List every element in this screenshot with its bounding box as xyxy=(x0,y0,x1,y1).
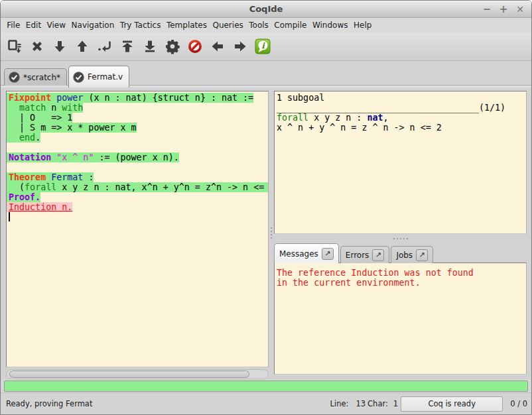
code-token-plain: := (power x n). xyxy=(94,152,178,162)
horizontal-splitter[interactable] xyxy=(274,234,527,243)
message-line: The reference Induction was not found xyxy=(277,268,526,278)
code-line: end. xyxy=(9,133,268,143)
tab-scratch[interactable]: *scratch* xyxy=(4,68,67,86)
interrupt-icon xyxy=(187,38,203,54)
code-token-plain: | S m => x * power x m xyxy=(9,123,137,133)
code-token-plain: . xyxy=(35,133,40,143)
tab-label: Errors xyxy=(346,251,369,260)
about-info-button[interactable]: i xyxy=(255,36,271,56)
code-token-plain xyxy=(9,103,19,113)
backward-step-button[interactable] xyxy=(74,36,90,56)
tab-errors[interactable]: Errors↗ xyxy=(340,246,390,263)
goal-token-plain: 1 subgoal xyxy=(277,93,324,103)
interrupt-button[interactable] xyxy=(187,36,203,56)
code-line-text: | O => 1 xyxy=(7,113,72,123)
messages-tabbar: Messages↗Errors↗Jobs↗ xyxy=(274,243,527,263)
progress-row xyxy=(1,379,531,392)
code-token-kw: end xyxy=(19,133,35,143)
code-line-text: Notation "x ^ n" := (power x n). xyxy=(7,152,179,162)
new-buffer-button[interactable] xyxy=(7,36,23,56)
goal-token-kw: forall xyxy=(277,113,308,123)
titlebar[interactable]: CoqIde − + ✕ xyxy=(1,1,531,18)
goal-line-text: 1 subgoal xyxy=(275,93,324,103)
menu-try-tactics[interactable]: Try Tactics xyxy=(117,19,164,31)
menu-file[interactable]: File xyxy=(4,19,23,31)
horizontal-scrollbar[interactable] xyxy=(6,369,269,379)
tab-fermat.v[interactable]: Fermat.v xyxy=(68,66,129,88)
code-token-kcmd: Theorem xyxy=(9,172,46,182)
right-panes: 1 subgoal_______________________________… xyxy=(274,91,527,379)
menu-edit[interactable]: Edit xyxy=(23,19,44,31)
menu-compile[interactable]: Compile xyxy=(271,19,310,31)
message-line-text: in the current environment. xyxy=(275,278,421,288)
grip-dot xyxy=(271,237,272,239)
check-circle-icon xyxy=(9,72,20,83)
line-label: Line: xyxy=(330,399,349,408)
vertical-splitter[interactable] xyxy=(269,91,274,379)
coq-status-field: Coq is ready xyxy=(401,396,503,412)
splitter-grip-icon xyxy=(271,227,272,239)
goal-line-text: ______________________________________(1… xyxy=(275,103,505,113)
grip-dot xyxy=(271,234,272,235)
code-line: | O => 1 xyxy=(9,113,268,123)
code-token-str: "x ^ n" xyxy=(56,152,94,162)
goal-token-plain: x ^ n + y ^ n = z ^ n -> n <= 2 xyxy=(277,123,442,133)
detach-icon[interactable]: ↗ xyxy=(322,248,334,260)
code-token-id: Fermat xyxy=(51,172,83,182)
close-icon[interactable]: ✕ xyxy=(515,4,525,15)
settings-gear-icon xyxy=(165,38,180,54)
code-line: (forall x y z n : nat, x^n + y^n = z^n -… xyxy=(9,182,268,192)
code-line xyxy=(9,162,268,172)
line-value: 13 xyxy=(356,399,366,408)
code-token-plain: (x n : nat) {struct n} : nat := xyxy=(83,93,253,103)
menu-navigation[interactable]: Navigation xyxy=(68,19,117,31)
code-token-plain: x y z n : nat, x^n + y^n = z^n -> n <= 2… xyxy=(56,182,269,192)
goal-line-text: x ^ n + y ^ n = z ^ n -> n <= 2 xyxy=(275,123,442,133)
goal-pane[interactable]: 1 subgoal_______________________________… xyxy=(274,91,527,234)
text-cursor xyxy=(9,212,10,221)
maximize-icon[interactable]: + xyxy=(499,4,508,15)
splitter-grip-icon xyxy=(393,238,408,239)
code-line xyxy=(9,143,268,152)
grip-dot xyxy=(271,227,272,229)
messages-pane[interactable]: The reference Induction was not foundin … xyxy=(274,263,527,375)
go-to-cursor-button[interactable] xyxy=(97,36,113,56)
menu-view[interactable]: View xyxy=(44,19,68,31)
goal-line: ______________________________________(1… xyxy=(277,103,526,113)
code-line-text: match n with xyxy=(7,103,83,113)
goal-token-plain: ______________________________________(1… xyxy=(277,103,505,113)
script-editor[interactable]: Fixpoint power (x n : nat) {struct n} : … xyxy=(6,91,269,367)
close-buffer-button[interactable] xyxy=(29,36,45,56)
menu-templates[interactable]: Templates xyxy=(164,19,210,31)
menu-help[interactable]: Help xyxy=(351,19,375,31)
go-to-start-icon xyxy=(120,39,135,54)
minimize-icon[interactable]: − xyxy=(482,4,492,15)
code-line: | S m => x * power x m xyxy=(9,123,268,133)
previous-button[interactable] xyxy=(210,36,226,56)
tab-jobs[interactable]: Jobs↗ xyxy=(391,246,433,263)
tab-messages[interactable]: Messages↗ xyxy=(274,243,339,263)
code-token-plain: : xyxy=(83,172,94,182)
forward-step-icon xyxy=(52,39,67,54)
menu-windows[interactable]: Windows xyxy=(310,19,351,31)
menubar: FileEditViewNavigationTry TacticsTemplat… xyxy=(1,18,531,32)
grip-dot xyxy=(393,238,395,239)
settings-gear-button[interactable] xyxy=(165,36,180,56)
detach-icon[interactable]: ↗ xyxy=(416,249,428,261)
code-line: Fixpoint power (x n : nat) {struct n} : … xyxy=(9,93,268,103)
goal-token-type: nat xyxy=(367,113,383,123)
goal-token-plain: x y z n : xyxy=(308,113,367,123)
menu-tools[interactable]: Tools xyxy=(246,19,271,31)
menu-queries[interactable]: Queries xyxy=(210,19,246,31)
check-circle-icon xyxy=(73,72,84,83)
detach-icon[interactable]: ↗ xyxy=(372,249,384,261)
forward-step-button[interactable] xyxy=(52,36,68,56)
go-to-start-button[interactable] xyxy=(119,36,135,56)
code-line: Proof. xyxy=(9,192,268,202)
next-button[interactable] xyxy=(232,36,248,56)
next-icon xyxy=(233,39,247,54)
scrollbar-thumb[interactable] xyxy=(9,371,249,378)
go-to-end-button[interactable] xyxy=(142,36,158,56)
close-buffer-icon xyxy=(30,39,44,54)
backward-step-icon xyxy=(75,39,90,54)
